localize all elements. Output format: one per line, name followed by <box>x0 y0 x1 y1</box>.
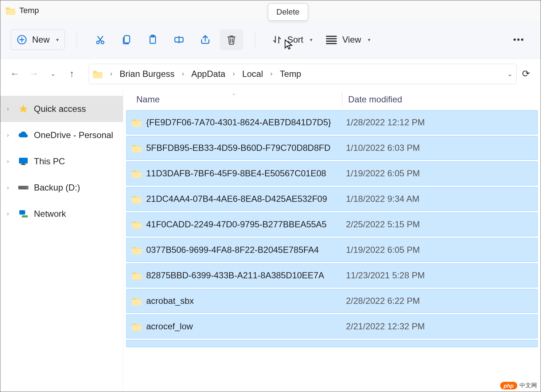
svg-rect-12 <box>19 210 25 215</box>
forward-button[interactable]: → <box>24 64 43 83</box>
plus-circle-icon <box>17 35 27 45</box>
drive-icon <box>18 183 29 192</box>
sort-ascending-icon: ˄ <box>233 93 235 99</box>
table-row[interactable]: acrobat_sbx2/28/2022 6:22 PM <box>126 289 538 313</box>
column-name-label: Name <box>136 94 160 104</box>
sidebar-item-network[interactable]: › Network <box>0 201 123 227</box>
file-date: 2/21/2022 12:32 PM <box>346 321 425 332</box>
file-name: 0377B506-9699-4FA8-8F22-B2045E785FA4 <box>146 245 346 255</box>
delete-tooltip: Delete <box>268 3 308 21</box>
sort-button[interactable]: Sort ▾ <box>267 30 318 50</box>
file-date: 1/28/2022 12:12 PM <box>346 117 425 128</box>
view-button[interactable]: View ▾ <box>320 30 375 50</box>
star-icon <box>18 104 29 114</box>
network-icon <box>18 209 29 219</box>
watermark-text: 中文网 <box>519 382 537 389</box>
file-date: 11/23/2021 5:28 PM <box>346 270 425 281</box>
file-name: 82875BBD-6399-433B-A211-8A385D10EE7A <box>146 270 346 281</box>
pc-icon <box>18 157 29 166</box>
sidebar-item-this-pc[interactable]: › This PC <box>0 148 123 175</box>
more-button[interactable]: ••• <box>507 30 530 50</box>
cut-button[interactable] <box>89 30 112 50</box>
breadcrumb-separator-icon: › <box>179 70 187 78</box>
file-name: 21DC4AA4-07B4-4AE6-8EA8-D425AE532F09 <box>146 194 346 204</box>
file-name: 11D3DAFB-7BF6-45F9-8BE4-E50567C01E08 <box>146 168 346 179</box>
refresh-button[interactable]: ⟳ <box>517 68 536 79</box>
sidebar-item-label: Quick access <box>34 104 86 114</box>
column-date-label: Date modified <box>348 94 402 105</box>
chevron-down-icon: ▾ <box>56 37 59 43</box>
file-date: 1/18/2022 9:34 AM <box>346 194 420 204</box>
svg-rect-3 <box>124 36 130 43</box>
sidebar-item-label: OneDrive - Personal <box>34 130 113 140</box>
copy-button[interactable] <box>115 30 138 50</box>
table-row[interactable]: {FE9D7F06-7A70-4301-8624-AEB7D841D7D5}1/… <box>126 110 538 134</box>
sidebar-item-quick-access[interactable]: › Quick access <box>0 96 123 122</box>
view-label: View <box>342 35 361 45</box>
recent-button[interactable]: ⌄ <box>43 64 62 83</box>
chevron-right-icon: › <box>7 158 13 165</box>
chevron-down-icon: ▾ <box>368 37 370 43</box>
navbar: ← → ⌄ ↑ › Brian Burgess › AppData › Loca… <box>0 59 541 89</box>
table-row[interactable]: 0377B506-9699-4FA8-8F22-B2045E785FA41/19… <box>126 238 538 262</box>
breadcrumb-item[interactable]: Brian Burgess <box>117 67 177 81</box>
share-icon <box>200 34 211 45</box>
main-area: › Quick access › OneDrive - Personal › T… <box>0 89 541 392</box>
column-header-date[interactable]: Date modified <box>342 92 402 107</box>
address-dropdown-icon[interactable]: ⌄ <box>507 70 513 78</box>
onedrive-icon <box>18 130 29 140</box>
svg-rect-13 <box>22 215 28 217</box>
back-button[interactable]: ← <box>5 64 24 83</box>
table-row[interactable]: 82875BBD-6399-433B-A211-8A385D10EE7A11/2… <box>126 263 538 287</box>
svg-rect-9 <box>21 164 26 165</box>
chevron-right-icon: › <box>7 184 13 191</box>
sidebar-item-backup[interactable]: › Backup (D:) <box>0 175 123 201</box>
svg-rect-7 <box>19 158 28 164</box>
folder-icon <box>5 6 16 15</box>
sidebar-item-label: Network <box>34 209 66 219</box>
breadcrumb-item[interactable]: AppData <box>189 67 227 81</box>
rename-icon <box>174 34 184 45</box>
table-row[interactable]: 41F0CADD-2249-47D0-9795-B277BBEA55A52/25… <box>126 212 538 236</box>
table-row[interactable]: 11D3DAFB-7BF6-45F9-8BE4-E50567C01E081/19… <box>126 161 538 185</box>
chevron-right-icon: › <box>7 106 13 112</box>
trash-icon <box>226 34 237 45</box>
paste-icon <box>147 34 158 45</box>
address-bar[interactable]: › Brian Burgess › AppData › Local › Temp… <box>89 64 517 84</box>
file-date: 1/19/2022 6:05 PM <box>346 168 420 179</box>
table-row[interactable]: acrocef_low2/21/2022 12:32 PM <box>126 314 538 338</box>
file-date: 1/19/2022 6:05 PM <box>346 245 420 255</box>
new-button[interactable]: New ▾ <box>11 30 65 50</box>
column-header-row: ˄ Name Date modified <box>123 89 541 110</box>
breadcrumb-separator-icon: › <box>268 70 276 78</box>
file-date: 1/10/2022 6:03 PM <box>346 143 420 153</box>
delete-button[interactable] <box>220 30 243 50</box>
share-button[interactable] <box>194 30 217 50</box>
file-name: {FE9D7F06-7A70-4301-8624-AEB7D841D7D5} <box>146 117 346 128</box>
svg-rect-8 <box>22 164 25 164</box>
file-name: acrocef_low <box>146 321 346 332</box>
file-name: acrobat_sbx <box>146 296 346 306</box>
view-icon <box>326 35 337 45</box>
breadcrumb-item[interactable]: Temp <box>278 67 304 81</box>
folder-icon <box>93 70 103 78</box>
breadcrumb-separator-icon: › <box>230 70 238 78</box>
separator <box>77 31 77 48</box>
file-date: 2/28/2022 6:22 PM <box>346 296 420 306</box>
copy-icon <box>121 34 132 45</box>
paste-button[interactable] <box>141 30 164 50</box>
column-header-name[interactable]: ˄ Name <box>123 94 342 105</box>
separator <box>255 31 255 48</box>
up-button[interactable]: ↑ <box>62 64 81 83</box>
breadcrumb-item[interactable]: Local <box>240 67 265 81</box>
sidebar-item-onedrive[interactable]: › OneDrive - Personal <box>0 122 123 148</box>
rename-button[interactable] <box>167 30 191 50</box>
partial-row[interactable] <box>126 340 538 347</box>
table-row[interactable]: 21DC4AA4-07B4-4AE6-8EA8-D425AE532F091/18… <box>126 187 538 211</box>
table-row[interactable]: 5FBFDB95-EB33-4D59-B60D-F79C70D8D8FD1/10… <box>126 136 538 160</box>
sidebar-item-label: Backup (D:) <box>34 183 80 193</box>
sidebar: › Quick access › OneDrive - Personal › T… <box>0 89 123 392</box>
file-date: 2/25/2022 5:15 PM <box>346 219 420 230</box>
watermark: php 中文网 <box>500 382 537 389</box>
watermark-badge: php <box>500 382 518 389</box>
